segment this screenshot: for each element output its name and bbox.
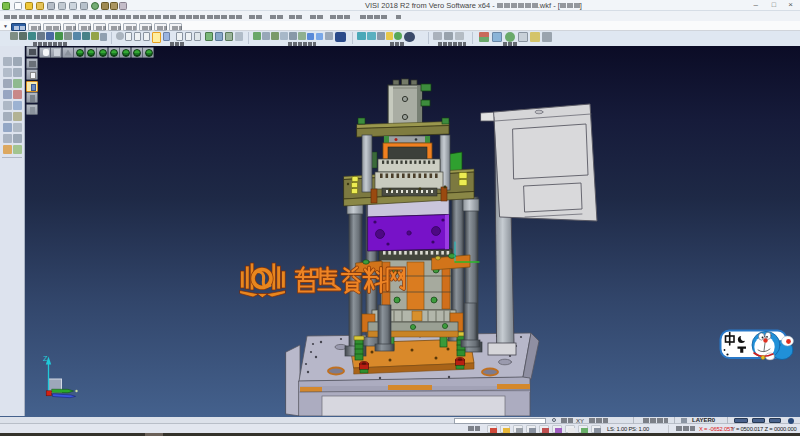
svg-text:Z: Z xyxy=(43,354,48,363)
